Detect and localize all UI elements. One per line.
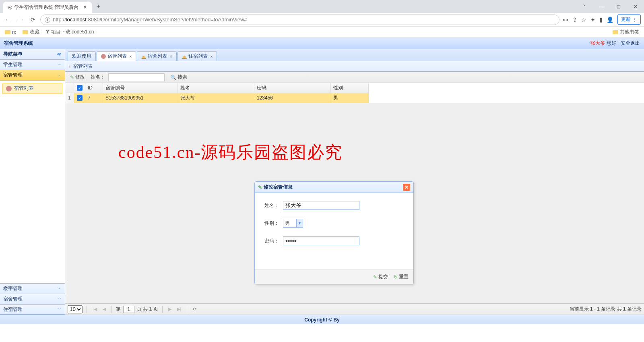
profile-icon[interactable]: 👤 xyxy=(607,17,613,23)
star-icon[interactable]: ☆ xyxy=(581,17,586,23)
name-label: 姓名： xyxy=(262,202,279,209)
reload-button[interactable]: ⟳ xyxy=(29,15,37,25)
data-grid: ✓ ID 宿管编号 姓名 密码 性别 1 ✓ 7 S1537881909951 … xyxy=(65,83,644,103)
sidebar: 导航菜单 ≪ 学生管理﹀ 宿管管理︿ 宿管列表 楼宇管理﹀ 宿舍管理﹀ 住宿管理… xyxy=(0,49,65,315)
collapse-icon[interactable]: ≪ xyxy=(57,52,62,57)
panel-icon[interactable]: ▮ xyxy=(599,17,603,23)
url-text: http://localhost:8080/DormitoryManagerWe… xyxy=(53,17,247,23)
cell-rownum: 1 xyxy=(65,93,74,103)
col-pw[interactable]: 密码 xyxy=(254,83,331,93)
cell-sex: 男 xyxy=(331,93,369,103)
password-label: 密码： xyxy=(262,238,279,245)
password-input[interactable] xyxy=(283,236,359,245)
submit-button[interactable]: ✎提交 xyxy=(373,274,388,280)
browser-tab[interactable]: ◎ 学生宿舍管理系统 管理员后台 × xyxy=(3,2,92,13)
tab-dormmanager-list[interactable]: 宿管列表× xyxy=(97,51,136,61)
dialog-close-button[interactable]: ✕ xyxy=(403,184,410,191)
nav-dorm[interactable]: 宿舍管理﹀ xyxy=(0,294,65,304)
page-size-select[interactable]: 10 xyxy=(68,305,83,313)
col-sn[interactable]: 宿管编号 xyxy=(103,83,178,93)
nav-lodging[interactable]: 住宿管理﹀ xyxy=(0,304,65,315)
col-id[interactable]: ID xyxy=(85,83,103,93)
tab-close-icon[interactable]: × xyxy=(210,54,213,59)
new-tab-button[interactable]: + xyxy=(95,1,102,12)
minimize-icon[interactable]: — xyxy=(596,2,607,11)
search-button[interactable]: 🔍搜索 xyxy=(168,73,190,81)
maximize-icon[interactable]: □ xyxy=(614,2,623,11)
app-title: 宿舍管理系统 xyxy=(4,40,33,47)
address-bar[interactable]: i http://localhost:8080/DormitoryManager… xyxy=(40,15,559,25)
back-button[interactable]: ← xyxy=(3,15,13,25)
footer: Copyright © By xyxy=(0,315,644,324)
name-input[interactable] xyxy=(283,201,359,210)
reset-button[interactable]: ↻重置 xyxy=(394,274,409,280)
footer-text: Copyright © By xyxy=(304,317,340,323)
refresh-icon: ↻ xyxy=(394,274,398,280)
next-page-button[interactable]: ▶ xyxy=(167,306,173,313)
chevron-down-icon[interactable]: ˅ xyxy=(580,2,589,11)
name-filter-input[interactable] xyxy=(108,73,165,81)
col-sex[interactable]: 性别 xyxy=(331,83,369,93)
house-icon xyxy=(182,54,187,59)
cell-checkbox[interactable]: ✓ xyxy=(74,93,85,103)
tab-close-icon[interactable]: × xyxy=(129,54,132,59)
forward-button[interactable]: → xyxy=(16,15,26,25)
chevron-down-icon[interactable]: ▼ xyxy=(296,219,303,227)
nav-link-dormmanager-list[interactable]: 宿管列表 xyxy=(2,83,62,94)
other-bookmarks[interactable]: 其他书签 xyxy=(613,29,639,35)
col-rownum xyxy=(65,83,74,93)
page-label-post: 页 共 1 页 xyxy=(137,306,158,313)
window-close-icon[interactable]: ✕ xyxy=(630,2,641,11)
page-label-pre: 第 xyxy=(116,306,121,313)
tab-welcome[interactable]: 欢迎使用 xyxy=(68,51,96,61)
info-icon[interactable]: i xyxy=(45,17,50,23)
main-panel: 欢迎使用 宿管列表× 宿舍列表× 住宿列表× ⁞⁞ 宿管列表 ✎修改 姓名： 🔍… xyxy=(65,49,644,315)
page-number-input[interactable] xyxy=(123,306,134,313)
browser-toolbar: ← → ⟳ i http://localhost:8080/DormitoryM… xyxy=(0,13,644,27)
chevron-down-icon: ﹀ xyxy=(58,296,62,302)
grid-toolbar: ✎修改 姓名： 🔍搜索 xyxy=(65,72,644,83)
share-icon[interactable]: ⇪ xyxy=(572,17,577,23)
sex-combo[interactable]: 男 ▼ xyxy=(283,219,303,228)
folder-icon xyxy=(613,30,618,34)
prev-page-button[interactable]: ◀ xyxy=(101,306,107,313)
edit-button[interactable]: ✎修改 xyxy=(68,73,87,81)
tab-lodging-list[interactable]: 住宿列表× xyxy=(178,51,217,61)
browser-tab-strip: ◎ 学生宿舍管理系统 管理员后台 × + ˅ — □ ✕ xyxy=(0,0,644,13)
tab-close-icon[interactable]: × xyxy=(83,4,87,10)
cell-sn: S1537881909951 xyxy=(103,93,178,103)
bookmark-fav[interactable]: 收藏 xyxy=(23,29,39,35)
logout-link[interactable]: 安全退出 xyxy=(621,40,640,46)
first-page-button[interactable]: |◀ xyxy=(91,306,99,313)
name-filter-label: 姓名： xyxy=(91,74,105,81)
grid-row[interactable]: 1 ✓ 7 S1537881909951 张大爷 123456 男 xyxy=(65,93,369,103)
refresh-button[interactable]: ⟳ xyxy=(191,306,198,313)
tab-dorm-list[interactable]: 宿舍列表× xyxy=(137,51,176,61)
nav-building[interactable]: 楼宇管理﹀ xyxy=(0,283,65,294)
nav-link-label: 宿管列表 xyxy=(14,85,33,92)
pagination-info: 当前显示 1 - 1 条记录 共 1 条记录 xyxy=(570,306,642,313)
folder-icon xyxy=(23,30,28,34)
chevron-down-icon: ﹀ xyxy=(58,307,62,312)
tab-close-icon[interactable]: × xyxy=(169,54,172,59)
sidebar-header: 导航菜单 ≪ xyxy=(0,49,65,60)
chevron-down-icon: ﹀ xyxy=(58,62,62,68)
dialog-title-bar[interactable]: ✎ 修改宿管信息 ✕ xyxy=(255,182,413,193)
col-checkbox[interactable]: ✓ xyxy=(74,83,85,93)
last-page-button[interactable]: ▶| xyxy=(175,306,183,313)
key-icon[interactable]: ⊶ xyxy=(563,17,568,23)
browser-tab-title: 学生宿舍管理系统 管理员后台 xyxy=(14,4,78,11)
sex-value: 男 xyxy=(285,220,290,227)
extensions-icon[interactable]: ✦ xyxy=(590,17,595,23)
update-button[interactable]: 更新 ⋮ xyxy=(617,15,641,25)
globe-icon: ◎ xyxy=(8,4,12,10)
bookmark-dl[interactable]: Y项目下载:code51.cn xyxy=(46,29,94,35)
chevron-down-icon: ﹀ xyxy=(58,286,62,292)
sidebar-title: 导航菜单 xyxy=(3,51,23,58)
dialog-title: 修改宿管信息 xyxy=(264,184,293,191)
bookmark-rx[interactable]: rx xyxy=(5,29,16,35)
col-name[interactable]: 姓名 xyxy=(178,83,254,93)
nav-dormmanager[interactable]: 宿管管理︿ xyxy=(0,70,65,81)
house-icon xyxy=(141,54,146,59)
nav-student[interactable]: 学生管理﹀ xyxy=(0,60,65,70)
